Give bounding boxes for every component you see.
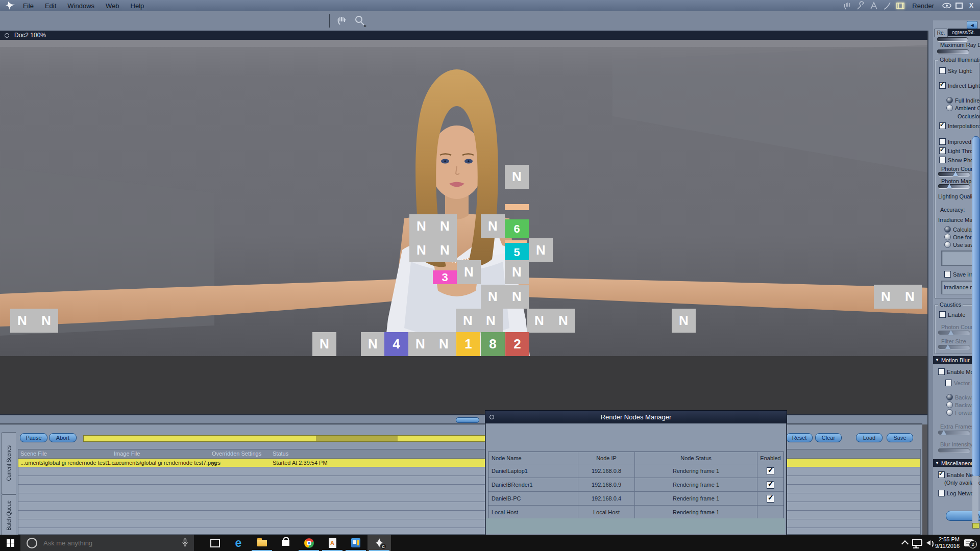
collapse-triangle-icon: ▼ [935,358,939,362]
sidebar-scrollbar-track[interactable] [972,476,978,523]
enabled-checkbox[interactable]: ✓ [767,481,774,489]
notification-badge: 2 [969,540,977,548]
queue-col-scene-file[interactable]: Scene File [20,450,47,457]
radio-circle [946,402,953,408]
tray-chevron-icon[interactable] [901,540,909,547]
load-button[interactable]: Load [856,433,883,442]
slider[interactable] [938,448,970,453]
slider-thumb[interactable] [948,330,953,335]
close-window-icon[interactable]: X [967,2,976,9]
slider-thumb[interactable] [941,430,946,435]
nodes-col-enabled[interactable]: Enabled [757,452,783,464]
nodes-table: Node NameNode IPNode StatusEnabledDaniel… [488,452,784,520]
slider[interactable] [938,184,970,189]
nodes-col-node-ip[interactable]: Node IP [578,452,635,464]
node-cell-node-status: Rendering frame 1 [635,492,757,505]
sidebar-scrollbar-thumb[interactable] [972,136,980,477]
slider-thumb[interactable] [953,171,958,176]
enabled-checkbox[interactable]: ✓ [767,495,774,503]
taskbar-app-store[interactable] [274,535,297,551]
eye-icon[interactable] [942,2,951,9]
menu-edit[interactable]: Edit [39,2,62,10]
menu-file[interactable]: File [17,2,39,10]
clear-button[interactable]: Clear [815,433,842,442]
slider[interactable] [937,37,968,42]
node-row-daniellaptop1[interactable]: DanielLaptop1192.168.0.8Rendering frame … [488,464,783,478]
render-tile-n: N [527,309,551,333]
queue-col-image-file[interactable]: Image File [114,450,140,457]
label-blur-intensity: Blur Intensity [940,441,973,447]
queue-col-overridden-settings[interactable]: Overridden Settings [212,450,261,457]
enabled-checkbox[interactable]: ✓ [767,467,774,475]
render-viewport: NNNN6NN5N3NNNNNNNNNNNNNNN4NN182 [0,40,927,414]
pause-button[interactable]: Pause [20,433,47,442]
checkbox-sky-light[interactable]: Sky Light: [939,67,972,74]
chrome-icon [304,538,314,548]
pan-hand-icon[interactable] [336,14,349,28]
slider[interactable] [938,345,970,349]
restore-window-icon[interactable] [954,2,964,9]
menu-windows[interactable]: Windows [62,2,100,10]
doc-collapse-icon[interactable] [5,33,9,38]
reset-button[interactable]: Reset [786,433,813,442]
checkbox-box [939,67,946,74]
search-input[interactable] [42,539,172,547]
clock-time: 2:55 PM [935,536,960,543]
render-tile-8: 8 [481,332,505,356]
nodes-col-node-status[interactable]: Node Status [635,452,757,464]
render-tile-n: N [456,309,480,333]
queue-col-status[interactable]: Status [273,450,288,457]
vertex-tool-icon[interactable] [868,1,879,10]
node-row-danielbrender1[interactable]: DanielBRender1192.168.0.9Rendering frame… [488,478,783,492]
nodes-col-node-name[interactable]: Node Name [488,452,578,464]
menu-web[interactable]: Web [100,2,125,10]
clock[interactable]: 2:55 PM 9/11/2016 [935,536,960,549]
node-cell-node-ip: 192.168.0.8 [578,464,635,478]
taskbar-app-chrome[interactable] [297,535,321,551]
tab-current-scenes[interactable]: Current Scenes [1,432,16,494]
taskbar-app-carrara[interactable]: C [368,535,391,551]
checkbox-indirect-light[interactable]: ✓Indirect Light: [939,82,980,89]
radio-full-indirec[interactable]: Full Indirec [946,97,980,104]
slider-thumb[interactable] [945,344,950,349]
radio-ambient-o[interactable]: Ambient O [946,105,980,111]
taskbar-app-file-explorer[interactable] [250,535,274,551]
abort-button[interactable]: Abort [49,433,77,442]
hand-tool-icon[interactable] [842,1,853,10]
taskbar-app-wordpad[interactable]: A [321,535,344,551]
panel-collapse-icon[interactable]: ◀ [967,21,977,29]
taskbar-app-control-app[interactable] [344,535,368,551]
cortana-search-box[interactable] [20,535,194,551]
wrench-tool-icon[interactable] [855,1,866,10]
slider-thumb[interactable] [947,184,952,188]
slider[interactable] [938,172,970,177]
dialog-title-bar[interactable]: Render Nodes Manager [485,411,787,423]
render-tool-icon[interactable] [895,1,906,10]
tab-batch-queue[interactable]: Batch Queue [1,494,16,537]
node-row-local-host[interactable]: Local HostLocal HostRendering frame 1 [488,506,783,519]
taskbar-app-task-view[interactable] [203,535,227,551]
volume-icon[interactable] [926,540,930,545]
mode-label: Render [912,2,934,10]
checkbox-interpolation[interactable]: ✓Interpolation: [939,122,980,129]
taskbar-app-edge[interactable]: e [227,535,250,551]
render-tile-2: 2 [505,332,529,356]
menu-help[interactable]: Help [125,2,150,10]
zoom-magnifier-icon[interactable] [353,14,366,28]
slider[interactable] [938,431,970,435]
node-row-danielb-pc[interactable]: DanielB-PC192.168.0.4Rendering frame 1✓ [488,492,783,506]
dialog-collapse-icon[interactable] [489,415,494,419]
document-title-bar[interactable]: Doc2 100% [0,31,927,40]
microphone-icon[interactable] [182,538,188,548]
tab-renderer[interactable]: Re. [934,29,948,37]
tab-progress-statistics[interactable]: ogress/St. [948,29,980,36]
save-button[interactable]: Save [887,433,913,442]
splitter-handle[interactable] [456,417,479,423]
radio-circle [946,97,953,104]
start-button[interactable] [0,535,20,551]
checkbox-enable[interactable]: Enable [939,311,965,318]
brush-tool-icon[interactable] [881,1,893,10]
action-center-icon[interactable]: 2 [964,539,973,546]
slider[interactable] [938,331,970,335]
slider[interactable] [937,49,969,54]
